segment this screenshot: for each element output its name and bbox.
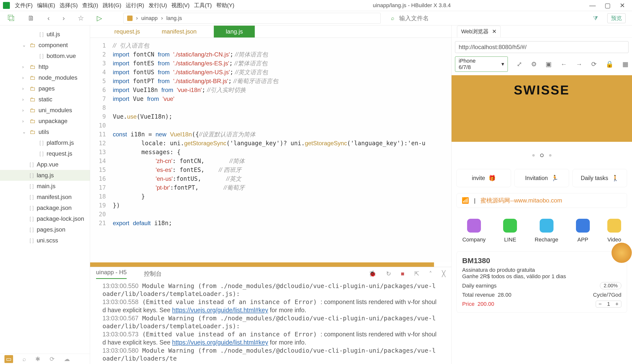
browser-url-input[interactable]: http://localhost:8080/h5/#/ bbox=[455, 41, 628, 53]
menu-file[interactable]: 文件(F) bbox=[15, 2, 33, 9]
console-collapse-icon[interactable]: ˄ bbox=[429, 270, 432, 277]
dot-active-icon[interactable] bbox=[540, 154, 544, 157]
tree-file-App-vue[interactable]: [ ]App.vue bbox=[0, 159, 90, 170]
console-close-icon[interactable]: ╳ bbox=[442, 270, 445, 277]
tab-manifest[interactable]: manifest.json bbox=[157, 27, 201, 36]
tree-file-package-lock-json[interactable]: [ ]package-lock.json bbox=[0, 213, 90, 224]
console-stop-icon[interactable]: ■ bbox=[401, 270, 405, 277]
new-file-icon[interactable]: ⿻ bbox=[8, 14, 15, 22]
tab-request[interactable]: request.js bbox=[110, 27, 144, 36]
quantity-stepper[interactable]: − 1 + bbox=[596, 300, 621, 308]
horizontal-scrollbar[interactable] bbox=[90, 262, 434, 267]
browser-back-icon[interactable]: ← bbox=[561, 60, 567, 68]
carousel-dots[interactable] bbox=[452, 142, 632, 169]
chevron-down-icon[interactable]: ⌄ bbox=[22, 42, 27, 48]
crumb-file[interactable]: lang.js bbox=[166, 15, 182, 22]
product-card[interactable]: BM1380 Assinatura do produto gratuita Ga… bbox=[456, 251, 627, 313]
menu-tools[interactable]: 工具(T) bbox=[194, 2, 212, 9]
phone-preview[interactable]: SWISSE invite🎁 Invitation🏃 Daily tasks🚶 … bbox=[452, 75, 632, 364]
bug-icon[interactable]: 🐞 bbox=[369, 270, 376, 277]
action-invitation[interactable]: Invitation🏃 bbox=[514, 169, 569, 187]
cloud-icon[interactable]: ☁ bbox=[64, 356, 70, 362]
stepper-plus[interactable]: + bbox=[613, 301, 621, 307]
tree-file-main-js[interactable]: [ ]main.js bbox=[0, 181, 90, 192]
menu-help[interactable]: 帮助(Y) bbox=[216, 2, 234, 9]
tree-file-bottom-vue[interactable]: [ ]bottom.vue bbox=[0, 50, 90, 62]
console-output[interactable]: 13:03:00.550 Module Warning (from ./node… bbox=[90, 280, 451, 364]
browser-forward-icon[interactable]: → bbox=[576, 60, 582, 68]
menu-view[interactable]: 视图(V) bbox=[171, 2, 189, 9]
chevron-right-icon[interactable]: › bbox=[22, 64, 27, 70]
devtools-icon[interactable]: ▣ bbox=[546, 60, 552, 68]
stepper-minus[interactable]: − bbox=[596, 301, 604, 307]
explorer-icon[interactable]: ▭ bbox=[5, 355, 13, 363]
console-restart-icon[interactable]: ↻ bbox=[386, 270, 391, 277]
tree-file-request-js[interactable]: [ ]request.js bbox=[0, 148, 90, 159]
tree-folder-http[interactable]: ›🗀http bbox=[0, 62, 90, 72]
tree-folder-static[interactable]: ›🗀static bbox=[0, 94, 90, 105]
chevron-right-icon[interactable]: › bbox=[22, 108, 27, 113]
console-tab-h5[interactable]: uinapp - H5 bbox=[96, 269, 127, 279]
grid-app[interactable]: APP bbox=[576, 219, 590, 243]
menu-edit[interactable]: 编辑(E) bbox=[37, 2, 55, 9]
chevron-right-icon[interactable]: › bbox=[22, 97, 27, 102]
chevron-right-icon[interactable]: › bbox=[22, 118, 27, 124]
chevron-right-icon[interactable]: › bbox=[22, 86, 27, 91]
tree-folder-pages[interactable]: ›🗀pages bbox=[0, 83, 90, 94]
menu-select[interactable]: 选择(S) bbox=[60, 2, 78, 9]
search-icon[interactable]: ⌕ bbox=[391, 15, 394, 22]
tree-folder-utils[interactable]: ⌄🗀utils bbox=[0, 126, 90, 137]
tree-folder-component[interactable]: ⌄🗀component bbox=[0, 40, 90, 50]
dot-icon[interactable] bbox=[532, 154, 535, 156]
action-daily-tasks[interactable]: Daily tasks🚶 bbox=[572, 169, 627, 187]
tree-file-lang-js[interactable]: [ ]lang.js bbox=[0, 170, 90, 181]
console-tab-terminal[interactable]: 控制台 bbox=[144, 270, 162, 278]
nav-back-icon[interactable]: ‹ bbox=[47, 14, 50, 22]
tree-file-manifest-json[interactable]: [ ]manifest.json bbox=[0, 192, 90, 202]
notice-bar[interactable]: 📶 | 蜜桃源码网--www.mitaobo.com bbox=[456, 193, 627, 208]
close-icon[interactable]: ✕ bbox=[492, 28, 496, 35]
minimize-icon[interactable]: ― bbox=[589, 2, 596, 9]
tree-folder-unpackage[interactable]: ›🗀unpackage bbox=[0, 116, 90, 126]
tree-folder-uni_modules[interactable]: ›🗀uni_modules bbox=[0, 105, 90, 116]
tree-file-uni-scss[interactable]: [ ]uni.scss bbox=[0, 235, 90, 246]
dot-icon[interactable] bbox=[549, 154, 551, 156]
console-export-icon[interactable]: ⇱ bbox=[414, 270, 419, 277]
float-ball-icon[interactable] bbox=[611, 243, 632, 263]
menu-run[interactable]: 运行(R) bbox=[126, 2, 144, 9]
binoculars-icon[interactable]: ⌕ bbox=[23, 356, 26, 362]
nav-forward-icon[interactable]: › bbox=[63, 14, 65, 22]
gear-icon[interactable]: ⚙ bbox=[531, 60, 537, 68]
tab-lang[interactable]: lang.js bbox=[214, 26, 254, 38]
grid-icon[interactable]: ▦ bbox=[622, 60, 628, 68]
tree-file-package-json[interactable]: [ ]package.json bbox=[0, 202, 90, 213]
file-search-input[interactable] bbox=[399, 15, 588, 22]
run-icon[interactable]: ▷ bbox=[97, 14, 102, 22]
breadcrumb[interactable]: › uinapp › lang.js bbox=[123, 13, 381, 24]
menu-publish[interactable]: 发行(U) bbox=[149, 2, 167, 9]
grid-company[interactable]: Company bbox=[462, 219, 486, 243]
code-editor[interactable]: 123456789101112131415161718192021 // 引入语… bbox=[90, 38, 451, 262]
menu-goto[interactable]: 跳转(G) bbox=[103, 2, 121, 9]
chevron-right-icon[interactable]: › bbox=[22, 75, 27, 80]
browser-refresh-icon[interactable]: ⟳ bbox=[591, 60, 597, 68]
preview-button[interactable]: 预览 bbox=[607, 13, 625, 23]
chevron-down-icon[interactable]: ⌄ bbox=[22, 129, 27, 135]
tree-file-util-js[interactable]: [ ]util.js bbox=[0, 29, 90, 40]
bug-icon[interactable]: ✱ bbox=[35, 356, 40, 362]
menu-find[interactable]: 查找(I) bbox=[82, 2, 98, 9]
refresh-icon[interactable]: ⟳ bbox=[50, 356, 55, 362]
close-icon[interactable]: ✕ bbox=[620, 2, 625, 9]
device-select[interactable]: iPhone 6/7/8 ▾ bbox=[455, 56, 508, 72]
grid-video[interactable]: Video bbox=[607, 219, 621, 243]
grid-recharge[interactable]: Recharge bbox=[535, 219, 558, 243]
crumb-project[interactable]: uinapp bbox=[141, 15, 158, 22]
grid-line[interactable]: LINE bbox=[503, 219, 517, 243]
rotate-icon[interactable]: ⤢ bbox=[517, 60, 522, 68]
lock-icon[interactable]: 🔒 bbox=[605, 60, 613, 68]
save-icon[interactable]: 🗎 bbox=[28, 14, 35, 22]
code-content[interactable]: // 引入语言包 import fontCN from './static/la… bbox=[109, 38, 451, 262]
browser-tab[interactable]: Web浏览器 ✕ bbox=[457, 26, 501, 37]
filter-icon[interactable]: ⧩ bbox=[593, 15, 598, 22]
tree-file-pages-json[interactable]: [ ]pages.json bbox=[0, 224, 90, 235]
